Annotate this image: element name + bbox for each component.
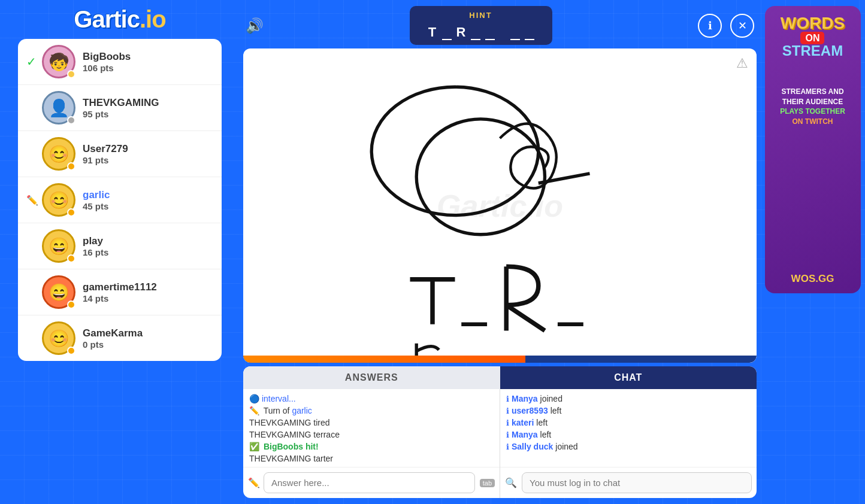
sound-button[interactable]: 🔊: [246, 17, 264, 34]
player-name: garlic: [83, 189, 110, 201]
player-points: 106 pts: [83, 63, 131, 73]
avatar-status-dot: [67, 116, 75, 125]
player-info: BigBoobs 106 pts: [83, 51, 131, 73]
chat-action: left: [551, 406, 562, 415]
chat-scroll: ℹ Manya joined ℹ user8593 left ℹ kateri …: [500, 389, 757, 467]
player-info: GameKarma 0 pts: [83, 327, 143, 350]
player-name: BigBoobs: [83, 51, 131, 63]
tab-chat[interactable]: CHAT: [500, 366, 757, 389]
info-button[interactable]: ℹ: [698, 14, 722, 38]
tab-answers[interactable]: ANSWERS: [243, 366, 500, 389]
info-icon: ℹ: [506, 442, 509, 451]
player-points: 0 pts: [83, 339, 143, 350]
check-icon: ✓: [26, 54, 38, 69]
bottom-content: 🔵 interval... ✏️ Turn of garlic THEVKGAM…: [243, 389, 757, 498]
answer-user: THEVKGAMING: [249, 418, 313, 427]
chat-input-row: 🔍: [500, 467, 757, 498]
chat-action: joined: [555, 442, 577, 451]
ad-url[interactable]: WOS.GG: [791, 261, 834, 285]
ad-box: WORDS ON STREAM STREAMERS AND THEIR AUDI…: [765, 6, 861, 293]
tab-key-label: tab: [480, 479, 495, 487]
player-name: GameKarma: [83, 327, 143, 339]
top-bar: 🔊 HINT T R ℹ ✕: [243, 6, 757, 45]
answer-input-row: ✏️ tab: [243, 467, 500, 498]
right-sidebar: WORDS ON STREAM STREAMERS AND THEIR AUDI…: [760, 0, 865, 504]
close-button[interactable]: ✕: [730, 14, 754, 38]
logo-container: Gartic.io: [6, 6, 234, 33]
main-center: 🔊 HINT T R ℹ ✕ ⚠ Gartic.io: [240, 0, 760, 504]
logo-gartic: Gartic: [74, 6, 140, 32]
player-name: THEVKGAMING: [83, 97, 159, 109]
svg-point-1: [416, 119, 545, 235]
player-points: 91 pts: [83, 155, 128, 165]
hint-blank-3: [485, 22, 495, 40]
tabs: ANSWERS CHAT: [243, 366, 757, 389]
ad-tagline-line1: STREAMERS AND: [780, 87, 845, 97]
chat-username: user8593: [512, 406, 548, 415]
app-logo: Gartic.io: [74, 6, 165, 33]
progress-bar-fill: [243, 356, 525, 363]
progress-bar-container: [243, 356, 757, 363]
hint-letter-R: R: [456, 25, 466, 40]
ad-tagline: STREAMERS AND THEIR AUDIENCE PLAYS TOGET…: [780, 87, 845, 127]
ad-tagline-line4: ON TWITCH: [780, 117, 845, 127]
player-points: 95 pts: [83, 109, 159, 119]
list-item: ✏️ 😊 garlic 45 pts: [18, 177, 222, 223]
list-item: ✓ 😊 User7279 91 pts: [18, 131, 222, 177]
hint-box: HINT T R: [410, 6, 552, 45]
avatar: 😊: [42, 137, 75, 171]
list-item: ℹ Manya joined: [506, 393, 751, 405]
avatar-status-dot: [67, 347, 75, 355]
list-item: 🔵 interval...: [249, 393, 494, 405]
search-icon: 🔍: [505, 477, 517, 488]
answer-text: tired: [313, 418, 329, 427]
players-list: ✓ 🧒 BigBoobs 106 pts ✓ 👤 THEVKGAMING 95 …: [18, 39, 222, 361]
answers-panel: 🔵 interval... ✏️ Turn of garlic THEVKGAM…: [243, 389, 500, 498]
hint-label: HINT: [469, 11, 492, 20]
answer-input[interactable]: [264, 472, 475, 493]
player-info: gamertime1112 14 pts: [83, 281, 157, 303]
hint-letters: T R: [428, 22, 534, 40]
pencil-icon: ✏️: [249, 406, 259, 415]
list-item: ℹ Manya left: [506, 429, 751, 441]
player-info: User7279 91 pts: [83, 143, 128, 165]
player-points: 45 pts: [83, 201, 110, 211]
ad-logo: WORDS ON STREAM: [781, 14, 845, 59]
hint-blank-4: [510, 22, 520, 40]
list-item: THEVKGAMING tarter: [249, 453, 494, 464]
hint-letter-T: T: [428, 25, 437, 40]
answer-text: tarter: [313, 454, 333, 463]
list-item: ✓ 😄 gamertime1112 14 pts: [18, 269, 222, 315]
player-name: User7279: [83, 143, 128, 155]
avatar-status-dot: [67, 70, 75, 78]
avatar: 🧒: [42, 45, 75, 78]
list-item: ✏️ Turn of garlic: [249, 405, 494, 417]
avatar-status-dot: [67, 254, 75, 263]
ad-logo-words: WORDS: [781, 14, 845, 33]
avatar-status-dot: [67, 162, 75, 171]
avatar: 😄: [42, 229, 75, 263]
avatar-status-dot: [67, 300, 75, 309]
answer-turn-user: garlic: [292, 406, 311, 415]
info-icon: ℹ: [506, 430, 509, 439]
chat-input: [522, 472, 752, 493]
chat-action: left: [536, 418, 548, 427]
list-item: ✓ 😊 GameKarma 0 pts: [18, 315, 222, 361]
ad-tagline-line2: THEIR AUDIENCE: [780, 97, 845, 107]
answer-user: THEVKGAMING: [249, 454, 313, 463]
player-points: 16 pts: [83, 247, 108, 257]
sidebar: Gartic.io ✓ 🧒 BigBoobs 106 pts ✓ 👤 THEVK…: [0, 0, 240, 504]
avatar: 😊: [42, 183, 75, 217]
player-points: 14 pts: [83, 293, 157, 303]
list-item: THEVKGAMING tired: [249, 417, 494, 429]
avatar: 😊: [42, 321, 75, 355]
player-info: garlic 45 pts: [83, 189, 110, 211]
answer-system: 🔵 interval...: [249, 394, 296, 403]
info-icon: ℹ: [506, 394, 509, 403]
top-icons: ℹ ✕: [698, 14, 754, 38]
chat-username: Sally duck: [512, 442, 553, 451]
logo-dot: .: [140, 6, 146, 32]
answer-user: THEVKGAMING: [249, 430, 313, 439]
player-info: play 16 pts: [83, 235, 108, 257]
chat-action: joined: [540, 394, 562, 403]
